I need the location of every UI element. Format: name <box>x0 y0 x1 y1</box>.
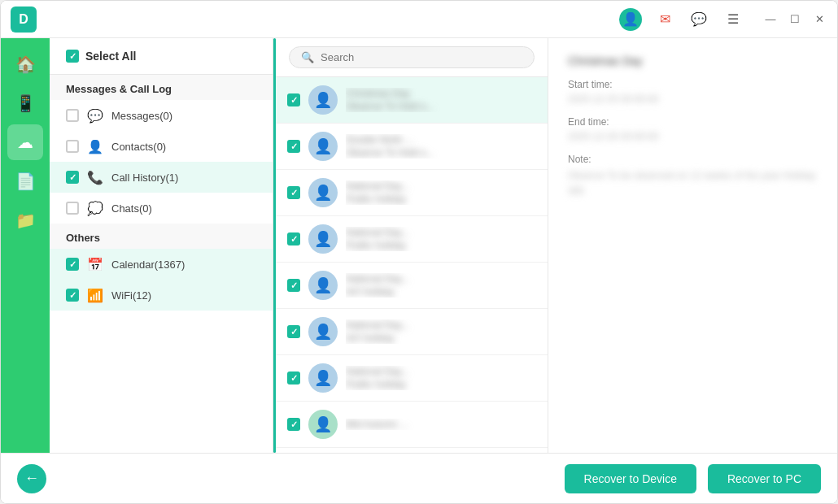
messages-checkbox[interactable] <box>66 109 79 122</box>
item-6-subtitle: Int'l holiday <box>346 332 536 344</box>
detail-end-time: End time: 2025-12-26 00:00:00 <box>568 116 818 142</box>
search-box[interactable]: 🔍 <box>289 46 535 68</box>
list-item[interactable]: 👤 Mid Autumn ... <box>276 402 548 448</box>
item-3-title: National Day... <box>346 180 536 192</box>
minimize-button[interactable]: — <box>762 11 779 28</box>
sidebar-icon-home[interactable]: 🏠 <box>7 46 43 82</box>
avatar-icon[interactable]: 👤 <box>619 8 642 31</box>
sidebar-icon-device[interactable]: 📱 <box>7 85 43 121</box>
detail-note: Note: Observe To be observed on 12 weeks… <box>568 154 818 199</box>
middle-panel: 🔍 👤 Christmas Day Observe To Hold s... 👤 <box>276 38 548 453</box>
item-8-content: Mid Autumn ... <box>346 419 536 430</box>
sidebar-icon-files[interactable]: 📄 <box>7 163 43 199</box>
chat-icon[interactable]: 💬 <box>687 8 710 31</box>
wifi-label: WiFi(12) <box>111 289 151 302</box>
item-7-subtitle: Public holiday <box>346 379 536 390</box>
call-history-checkbox[interactable] <box>66 171 79 184</box>
item-2-title: Double Ninth ... <box>346 134 536 146</box>
calendar-checkbox[interactable] <box>66 258 79 271</box>
item-7-checkbox[interactable] <box>287 371 300 385</box>
chats-checkbox[interactable] <box>66 202 79 215</box>
close-button[interactable]: ✕ <box>811 11 827 28</box>
middle-header: 🔍 <box>276 38 548 77</box>
detail-title: Christmas Day <box>568 54 818 67</box>
menu-item-calendar[interactable]: 📅 Calendar(1367) <box>50 249 273 280</box>
calendar-label: Calendar(1367) <box>111 259 185 271</box>
call-history-label: Call History(1) <box>111 172 178 184</box>
list-item[interactable]: 👤 National Day... Public holiday <box>276 355 548 402</box>
item-2-content: Double Ninth ... Observe To Hold s... <box>346 134 536 159</box>
end-time-label: End time: <box>568 116 818 128</box>
search-input[interactable] <box>321 51 522 63</box>
menu-item-messages[interactable]: 💬 Messages(0) <box>50 100 273 131</box>
item-3-checkbox[interactable] <box>287 186 300 199</box>
item-1-content: Christmas Day Observe To Hold s... <box>346 88 536 112</box>
item-6-content: National Day... Int'l holiday <box>346 319 536 344</box>
note-value: Observe To be observed on 12 weeks of th… <box>568 168 818 199</box>
title-bar-right: 👤 ✉ 💬 ☰ — ☐ ✕ <box>619 8 827 31</box>
menu-item-wifi[interactable]: 📶 WiFi(12) <box>50 280 273 311</box>
list-item[interactable]: 👤 Christmas Day Observe To Hold s... <box>276 77 548 124</box>
bottom-bar: ← Recover to Device Recover to PC <box>1 453 837 503</box>
item-5-avatar: 👤 <box>308 271 338 300</box>
list-items: 👤 Christmas Day Observe To Hold s... 👤 D… <box>276 77 548 453</box>
item-8-title: Mid Autumn ... <box>346 419 536 430</box>
list-item[interactable]: 👤 National Day... Public holiday <box>276 216 548 263</box>
item-2-checkbox[interactable] <box>287 140 300 153</box>
sidebar-icon-folder[interactable]: 📁 <box>7 202 43 238</box>
item-3-avatar: 👤 <box>308 178 338 207</box>
contacts-checkbox[interactable] <box>66 140 79 153</box>
item-8-checkbox[interactable] <box>287 418 300 431</box>
recover-to-pc-button[interactable]: Recover to PC <box>708 464 821 493</box>
search-icon: 🔍 <box>301 51 314 63</box>
item-4-content: National Day... Public holiday <box>346 227 536 251</box>
list-item[interactable]: 👤 National Day... Int'l holiday <box>276 309 548 355</box>
item-4-avatar: 👤 <box>308 224 338 254</box>
item-5-title: National Day... <box>346 273 536 285</box>
start-time-value: 2025-12-25 00:00:00 <box>568 93 818 105</box>
select-all-label: Select All <box>85 50 137 63</box>
contacts-label: Contacts(0) <box>111 141 166 153</box>
menu-icon[interactable]: ☰ <box>722 8 744 31</box>
item-4-title: National Day... <box>346 227 536 238</box>
right-panel: Christmas Day Start time: 2025-12-25 00:… <box>548 38 837 453</box>
list-item[interactable]: 👤 Double Ninth ... Observe To Hold s... <box>276 124 548 170</box>
menu-item-call-history[interactable]: 📞 Call History(1) <box>50 162 273 193</box>
sidebar-icons: 🏠 📱 ☁ 📄 📁 <box>1 38 50 453</box>
item-2-avatar: 👤 <box>308 132 338 161</box>
item-4-subtitle: Public holiday <box>346 240 536 251</box>
item-1-avatar: 👤 <box>308 85 338 115</box>
item-4-checkbox[interactable] <box>287 232 300 245</box>
contacts-icon: 👤 <box>87 138 103 154</box>
app-logo: D <box>11 7 37 33</box>
mail-icon[interactable]: ✉ <box>653 8 676 31</box>
item-6-avatar: 👤 <box>308 317 338 346</box>
menu-item-chats[interactable]: 💭 Chats(0) <box>50 193 273 224</box>
sidebar-icon-cloud[interactable]: ☁ <box>7 124 43 160</box>
list-item[interactable]: 👤 National Day... Int'l holiday <box>276 263 548 309</box>
messages-label: Messages(0) <box>111 110 172 122</box>
left-panel: Select All Messages & Call Log 💬 Message… <box>50 38 273 453</box>
section-others: Others <box>50 224 273 249</box>
item-7-content: National Day... Public holiday <box>346 366 536 390</box>
item-6-checkbox[interactable] <box>287 325 300 338</box>
recover-to-device-button[interactable]: Recover to Device <box>565 464 696 493</box>
maximize-button[interactable]: ☐ <box>787 11 803 28</box>
menu-item-contacts[interactable]: 👤 Contacts(0) <box>50 131 273 162</box>
select-all-header[interactable]: Select All <box>50 38 273 75</box>
wifi-icon: 📶 <box>87 287 103 303</box>
list-item[interactable]: 👤 National Day... Public holiday <box>276 170 548 216</box>
item-7-avatar: 👤 <box>308 363 338 393</box>
wifi-checkbox[interactable] <box>66 289 79 302</box>
main-content: 🏠 📱 ☁ 📄 📁 Select All Messages & Call Log… <box>1 38 837 453</box>
item-6-title: National Day... <box>346 319 536 331</box>
item-1-subtitle: Observe To Hold s... <box>346 101 536 112</box>
select-all-checkbox[interactable] <box>66 50 79 63</box>
item-3-subtitle: Public holiday <box>346 193 536 205</box>
item-1-checkbox[interactable] <box>287 93 300 106</box>
back-button[interactable]: ← <box>17 464 46 493</box>
messages-icon: 💬 <box>87 107 103 124</box>
bottom-bar-left: ← <box>17 464 553 493</box>
item-5-checkbox[interactable] <box>287 279 300 292</box>
item-2-subtitle: Observe To Hold s... <box>346 147 536 159</box>
